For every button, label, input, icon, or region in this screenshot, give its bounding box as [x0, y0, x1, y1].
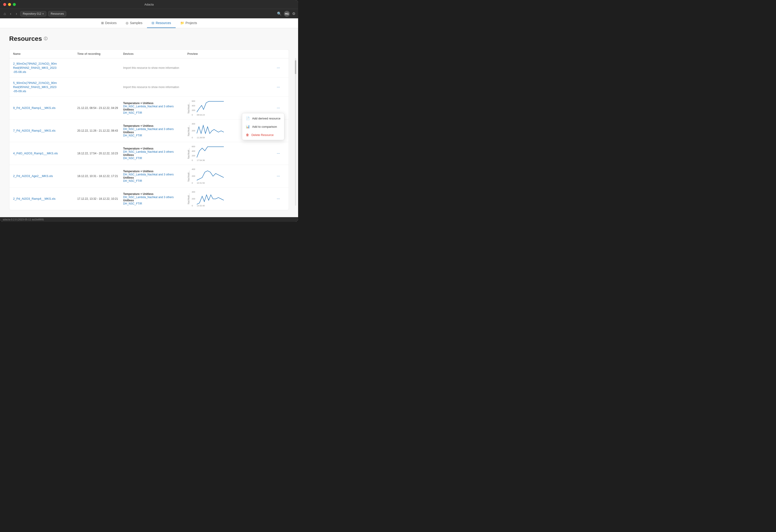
delete-icon: 🗑 [246, 133, 249, 137]
avatar[interactable]: HG [284, 11, 290, 17]
chart-svg-row3 [197, 100, 224, 115]
more-button-row1[interactable]: ··· [276, 65, 285, 71]
window-title: Adacta [145, 3, 154, 6]
nav-tabs: ⊞ Devices ◎ Samples ⊟ Resources 📁 Projec… [0, 18, 298, 28]
close-button[interactable] [3, 3, 6, 6]
context-menu: 📄 Add derived resource 📊 Add to comparis… [242, 113, 284, 140]
more-button-row5[interactable]: ··· [276, 150, 285, 156]
resource-name-row7[interactable]: 2_Pd_Al2O3_Ramp4__MKS.xls [13, 197, 77, 201]
col-name: Name [13, 52, 77, 55]
maximize-button[interactable] [13, 3, 16, 6]
chart-label-row5: Nachkatt... [187, 148, 190, 159]
breadcrumb-repository[interactable]: Repository 012 ∨ [20, 11, 46, 16]
device-link2-row5[interactable]: DH_NSC_FTIR [123, 157, 187, 160]
resource-name-row5[interactable]: 4_PdO_Al2O3_Ramp1__MKS.xls [13, 151, 77, 156]
devices-tab-icon: ⊞ [101, 21, 104, 25]
time-row3: 21.12.22, 08:54 - 23.12.22, 04:29 [77, 107, 123, 110]
device-link1-row4[interactable]: DH_NSC_Lambda_Nachkat [123, 128, 158, 131]
chart-row7: 4002000 13:32:40 [192, 191, 224, 207]
chart-xtime-row3: 08:54:23 [197, 114, 205, 116]
device-type1-row4: Temperature + Unitless [123, 124, 187, 128]
device-type2-row4: Unitless [123, 131, 187, 134]
more-button-row6[interactable]: ··· [276, 173, 285, 179]
tab-projects-label: Projects [186, 21, 197, 25]
chart-xtime-row4: 11:26:59 [197, 137, 205, 139]
device-type2-row3: Unitless [123, 108, 187, 111]
scrollbar-thumb[interactable] [295, 60, 296, 74]
info-icon[interactable]: ⓘ [44, 36, 47, 41]
device-type2-row5: Unitless [123, 153, 187, 157]
delete-label: Delete Resource [251, 133, 273, 137]
breadcrumb-resources-label: Resources [51, 12, 64, 15]
device-type2-row6: Unitless [123, 176, 187, 179]
main-content: Resources ⓘ Name Time of recording Devic… [0, 28, 298, 217]
devices-row7: Temperature + Unitless DH_NSC_Lambda_Nac… [123, 192, 187, 205]
device-type2-row7: Unitless [123, 199, 187, 202]
chart-row6: 4002000 10:31:50 [192, 168, 224, 184]
table-row: 4_PdO_Al2O3_Ramp1__MKS.xls 18.12.22, 17:… [9, 142, 289, 165]
context-menu-add-comparison[interactable]: 📊 Add to comparison [242, 123, 284, 131]
chart-yaxis-row5: 6004002000 [192, 145, 195, 161]
chart-yaxis-row6: 4002000 [192, 168, 195, 184]
device-link1-row7[interactable]: DH_NSC_Lambda_Nachkat [123, 196, 158, 199]
others-link-row3[interactable]: and 3 others [158, 105, 174, 108]
chart-label-row6: Nachkatt... [187, 171, 190, 182]
more-button-row3[interactable]: ··· [276, 105, 285, 111]
context-menu-add-derived[interactable]: 📄 Add derived resource [242, 114, 284, 123]
others-link-row7[interactable]: and 3 others [158, 196, 174, 199]
preview-row7: Nachkatt... 4002000 13:32:40 [187, 191, 276, 207]
device-link1-row6[interactable]: DH_NSC_Lambda_Nachkat [123, 173, 158, 176]
context-menu-delete[interactable]: 🗑 Delete Resource [242, 131, 284, 139]
search-icon[interactable]: 🔍 [277, 11, 281, 16]
minimize-button[interactable] [8, 3, 11, 6]
page-title: Resources [9, 35, 42, 42]
resources-tab-icon: ⊟ [152, 21, 154, 25]
col-time: Time of recording [77, 52, 123, 55]
home-icon[interactable]: ⌂ [3, 11, 7, 17]
tab-samples[interactable]: ◎ Samples [121, 18, 147, 28]
chart-xtime-row7: 13:32:40 [197, 204, 205, 207]
resource-name-row6[interactable]: 2_Pd_Al2O3_Age2__MKS.xls [13, 174, 77, 178]
resource-name-row1[interactable]: 2_90mOx(79%N2_21%O2)_90m Red(95%N2_5%H2)… [13, 62, 77, 74]
resource-name-row2[interactable]: 5_90mOx(79%N2_21%O2)_90m Red(95%N2_5%H2)… [13, 81, 77, 94]
tab-projects[interactable]: 📁 Projects [176, 18, 202, 28]
settings-icon[interactable]: ⚙ [292, 11, 296, 16]
others-link-row6[interactable]: and 3 others [158, 173, 174, 176]
device-link2-row4[interactable]: DH_NSC_FTIR [123, 134, 187, 137]
chart-svg-row6 [197, 168, 224, 183]
device-link1-row3[interactable]: DH_NSC_Lambda_Nachkat [123, 105, 158, 108]
device-link2-row6[interactable]: DH_NSC_FTIR [123, 179, 187, 183]
status-bar: adacta 0.2.0 (2023-05-11 aa1bd889) [0, 217, 298, 222]
chart-label-row4: Nachkatt... [187, 125, 190, 136]
resource-name-row4[interactable]: 7_Pd_Al2O3_Ramp2__MKS.xls [13, 129, 77, 133]
chart-svg-row7 [197, 191, 224, 205]
preview-row5: Nachkatt... 6004002000 17:54:36 [187, 145, 276, 161]
col-devices: Devices [123, 52, 187, 55]
table-header: Name Time of recording Devices Preview [9, 49, 289, 58]
tab-resources[interactable]: ⊟ Resources [147, 18, 176, 28]
tab-devices[interactable]: ⊞ Devices [96, 18, 121, 28]
others-link-row5[interactable]: and 3 others [158, 150, 174, 153]
scrollbar-track[interactable] [295, 58, 296, 206]
col-actions [276, 52, 285, 55]
resource-name-row3[interactable]: 9_Pd_Al2O3_Ramp1__MKS.xls [13, 106, 77, 110]
device-link2-row7[interactable]: DH_NSC_FTIR [123, 202, 187, 205]
more-button-row7[interactable]: ··· [276, 196, 285, 202]
tab-samples-label: Samples [130, 21, 142, 25]
breadcrumb-resources[interactable]: Resources [48, 11, 66, 16]
table-row: 2_Pd_Al2O3_Age2__MKS.xls 18.12.22, 10:31… [9, 165, 289, 188]
chart-row4: 4002000 11:26:59 [192, 123, 224, 139]
traffic-lights [3, 3, 16, 6]
col-preview: Preview [187, 52, 276, 55]
more-button-row2[interactable]: ··· [276, 84, 285, 90]
device-link1-row5[interactable]: DH_NSC_Lambda_Nachkat [123, 150, 158, 153]
breadcrumb-repo-label: Repository 012 [23, 12, 41, 15]
chart-svg-row5 [197, 145, 224, 160]
tab-resources-label: Resources [156, 21, 171, 25]
back-button[interactable]: ‹ [9, 11, 13, 17]
forward-button[interactable]: › [14, 11, 18, 17]
chart-yaxis-row7: 4002000 [192, 191, 195, 207]
device-link2-row3[interactable]: DH_NSC_FTIR [123, 111, 187, 115]
others-link-row4[interactable]: and 3 others [158, 128, 174, 131]
titlebar: Adacta [0, 0, 298, 9]
